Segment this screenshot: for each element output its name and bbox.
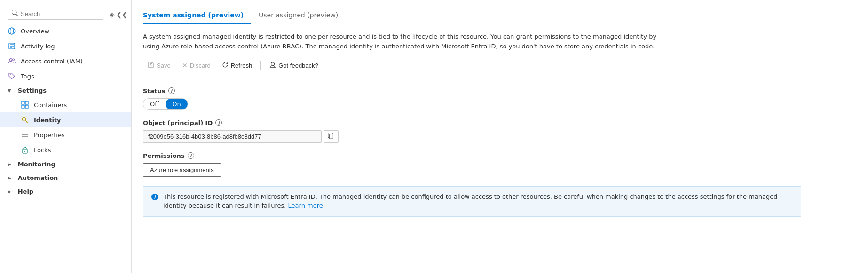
refresh-button[interactable]: Refresh (217, 59, 257, 72)
sidebar-label-activity-log: Activity log (21, 43, 55, 50)
discard-button[interactable]: ✕ Discard (177, 59, 215, 71)
permissions-section: Permissions i Azure role assignments (143, 152, 857, 177)
tab-user-assigned[interactable]: User assigned (preview) (251, 8, 346, 24)
svg-point-22 (271, 62, 275, 65)
sidebar-label-access-control: Access control (IAM) (21, 58, 83, 65)
sidebar-label-containers: Containers (34, 101, 67, 109)
info-banner: i This resource is registered with Micro… (143, 186, 801, 217)
toolbar: Save ✕ Discard Refresh Got feedback? (143, 59, 857, 78)
key-icon (21, 116, 29, 124)
sidebar-label-properties: Properties (34, 132, 65, 139)
svg-rect-13 (25, 105, 28, 108)
main-content: System assigned (preview) User assigned … (132, 0, 868, 273)
help-chevron-icon: ▶ (8, 189, 11, 194)
svg-point-7 (10, 59, 12, 61)
toolbar-separator (260, 61, 261, 70)
discard-icon: ✕ (182, 62, 188, 69)
globe-icon (8, 27, 16, 35)
refresh-icon (222, 62, 229, 70)
object-id-section: Object (principal) ID i (143, 119, 857, 143)
sidebar-item-access-control[interactable]: Access control (IAM) (0, 54, 131, 69)
object-id-input-container (143, 130, 857, 143)
sidebar-label-help: Help (18, 188, 33, 195)
svg-point-14 (23, 118, 26, 121)
lock-icon (21, 146, 29, 154)
status-section: Status i Off On (143, 87, 857, 110)
settings-chevron-icon: ▼ (8, 88, 11, 93)
sidebar-label-settings: Settings (18, 87, 47, 94)
status-info-icon[interactable]: i (168, 87, 175, 94)
status-label: Status i (143, 87, 857, 94)
sidebar-item-activity-log[interactable]: Activity log (0, 39, 131, 54)
sidebar-item-monitoring[interactable]: ▶ Monitoring (0, 157, 131, 171)
bars-icon (21, 131, 29, 139)
list-icon (8, 42, 16, 50)
sidebar-label-monitoring: Monitoring (18, 161, 55, 168)
tag-icon (8, 72, 16, 80)
toggle-on-label[interactable]: On (166, 99, 187, 109)
object-id-input[interactable] (143, 130, 322, 143)
sidebar-label-overview: Overview (21, 28, 49, 35)
feedback-icon (269, 62, 276, 70)
svg-rect-11 (25, 101, 28, 104)
svg-rect-23 (330, 134, 333, 139)
copy-id-button[interactable] (324, 130, 339, 143)
sidebar-item-automation[interactable]: ▶ Automation (0, 171, 131, 185)
sidebar-label-tags: Tags (21, 73, 34, 80)
feedback-button[interactable]: Got feedback? (265, 59, 323, 72)
monitoring-chevron-icon: ▶ (8, 162, 11, 167)
sidebar-item-identity[interactable]: Identity (0, 112, 131, 127)
status-toggle[interactable]: Off On (143, 98, 188, 110)
sidebar-label-identity: Identity (34, 117, 61, 124)
sidebar-item-locks[interactable]: Locks (0, 142, 131, 157)
sidebar-item-properties[interactable]: Properties (0, 127, 131, 142)
sidebar-item-settings[interactable]: ▼ Settings (0, 84, 131, 97)
search-icon (12, 10, 18, 17)
toggle-off-label[interactable]: Off (143, 99, 166, 109)
svg-point-8 (13, 59, 15, 61)
search-input[interactable] (21, 10, 99, 17)
search-container (8, 8, 103, 20)
save-icon (148, 62, 154, 70)
info-banner-icon: i (151, 193, 158, 204)
collapse-icon[interactable]: ❮❮ (117, 11, 127, 18)
svg-point-21 (24, 151, 25, 152)
tabs-container: System assigned (preview) User assigned … (143, 8, 857, 24)
permissions-info-icon[interactable]: i (188, 152, 194, 159)
copy-icon (328, 133, 334, 140)
svg-rect-10 (22, 101, 24, 104)
sidebar: ◈ ❮❮ Overview Activity log Access contro… (0, 0, 132, 273)
grid-icon (21, 101, 29, 109)
people-icon (8, 57, 16, 65)
automation-chevron-icon: ▶ (8, 175, 11, 180)
sidebar-item-overview[interactable]: Overview (0, 23, 131, 39)
learn-more-link[interactable]: Learn more (288, 202, 323, 209)
permissions-label: Permissions i (143, 152, 857, 159)
sidebar-item-help[interactable]: ▶ Help (0, 185, 131, 198)
sidebar-item-tags[interactable]: Tags (0, 69, 131, 84)
save-button[interactable]: Save (143, 59, 175, 72)
tab-system-assigned[interactable]: System assigned (preview) (143, 8, 251, 24)
pin-icon[interactable]: ◈ (110, 11, 115, 18)
sidebar-label-automation: Automation (18, 174, 58, 181)
svg-rect-12 (22, 105, 24, 108)
info-banner-text: This resource is registered with Microso… (163, 192, 793, 211)
sidebar-label-locks: Locks (34, 147, 51, 154)
description-text: A system assigned managed identity is re… (143, 32, 660, 52)
sidebar-item-containers[interactable]: Containers (0, 97, 131, 112)
azure-role-assignments-button[interactable]: Azure role assignments (143, 163, 221, 177)
object-id-info-icon[interactable]: i (215, 119, 222, 126)
object-id-label: Object (principal) ID i (143, 119, 857, 126)
svg-point-9 (10, 74, 11, 75)
